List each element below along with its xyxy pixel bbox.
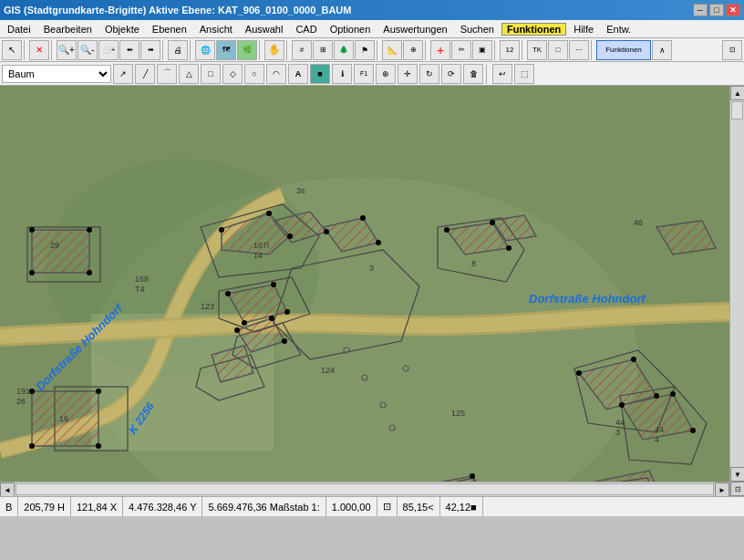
tb2-refresh[interactable]: ⟳ <box>441 64 461 84</box>
scroll-down-button[interactable]: ▼ <box>730 467 744 482</box>
tb-map2[interactable]: 🌿 <box>237 40 257 60</box>
tb2-triangle[interactable]: △ <box>179 64 199 84</box>
tb2-circle[interactable]: ○ <box>244 64 264 84</box>
tb-num[interactable]: 12 <box>500 40 520 60</box>
menu-ebenen[interactable]: Ebenen <box>147 23 192 36</box>
status-y: 4.476.328,46 Y <box>123 497 202 516</box>
tb2-polyline[interactable]: ⌒ <box>157 64 177 84</box>
scroll-thumb-v[interactable] <box>731 101 743 119</box>
svg-text:26: 26 <box>16 397 26 406</box>
svg-text:168: 168 <box>135 275 149 284</box>
tb-flag[interactable]: ⚑ <box>355 40 375 60</box>
svg-text:123: 123 <box>201 302 214 311</box>
tb-tk[interactable]: TK <box>527 40 547 60</box>
map-area[interactable]: Dorfstraße Hohndorf Dorfstraße Hohndorf … <box>0 86 744 496</box>
mode-text: B <box>5 502 12 513</box>
status-x: 121,84 X <box>71 497 123 516</box>
titlebar: GIS (Stadtgrundkarte-Brigitte) Aktive Eb… <box>0 0 744 20</box>
tb-snap[interactable]: ⊕ <box>403 40 423 60</box>
close-button[interactable]: ✕ <box>726 4 740 16</box>
tb-print[interactable]: 🖨 <box>168 40 188 60</box>
tb-globe[interactable]: 🌐 <box>195 40 215 60</box>
menu-auswahl[interactable]: Auswahl <box>240 23 289 36</box>
tb-measure[interactable]: 📐 <box>382 40 402 60</box>
tb2-filled-rect[interactable]: ■ <box>310 64 330 84</box>
tb-edit[interactable]: ✏ <box>451 40 471 60</box>
menu-auswertungen[interactable]: Auswertungen <box>377 23 452 36</box>
maximize-button[interactable]: □ <box>709 4 724 16</box>
tb-angle[interactable]: ∧ <box>652 40 672 60</box>
menu-ansicht[interactable]: Ansicht <box>194 23 238 36</box>
tb2-f1[interactable]: F1 <box>354 64 374 84</box>
tb2-trash[interactable]: 🗑 <box>463 64 483 84</box>
tb-zoom-next[interactable]: ➡ <box>140 40 160 60</box>
sep9 <box>494 40 498 60</box>
tb-plus[interactable]: + <box>430 40 450 60</box>
menu-hilfe[interactable]: Hilfe <box>568 23 599 36</box>
menu-objekte[interactable]: Objekte <box>99 23 145 36</box>
tb2-info[interactable]: ℹ <box>332 64 352 84</box>
tb2-diamond[interactable]: ◇ <box>222 64 243 84</box>
minimize-button[interactable]: ─ <box>693 4 708 16</box>
layer-selector[interactable]: Baum <box>2 65 111 83</box>
svg-point-56 <box>271 282 276 287</box>
statusbar: B 205,79 H 121,84 X 4.476.328,46 Y 5.669… <box>0 496 744 516</box>
tb-map1[interactable]: 🗺 <box>216 40 236 60</box>
sep5 <box>259 40 263 60</box>
menu-funktionen[interactable]: Funktionen <box>501 23 566 36</box>
svg-point-63 <box>96 389 101 394</box>
svg-text:16: 16 <box>59 414 68 423</box>
svg-marker-20 <box>32 230 89 273</box>
tb-layers[interactable]: ⊞ <box>313 40 333 60</box>
tb-zoom-out[interactable]: 🔍- <box>78 40 98 60</box>
svg-point-61 <box>282 338 287 344</box>
tb-zoom-prev[interactable]: ⬅ <box>119 40 140 60</box>
svg-point-69 <box>619 402 625 408</box>
scroll-up-button[interactable]: ▲ <box>730 86 744 100</box>
tb-funktionen[interactable]: Funktionen <box>596 40 651 60</box>
svg-point-46 <box>219 227 224 233</box>
tb2-line[interactable]: ╱ <box>135 64 155 84</box>
tb2-undo[interactable]: ↩ <box>492 64 512 84</box>
scroll-right-button[interactable]: ► <box>715 482 729 496</box>
svg-text:3: 3 <box>369 264 374 273</box>
tb-zoom-in[interactable]: 🔍+ <box>57 40 77 60</box>
tb-box[interactable]: □ <box>548 40 568 60</box>
tb-dots[interactable]: ⋯ <box>569 40 589 60</box>
tb-delete[interactable]: ✕ <box>29 40 49 60</box>
svg-text:44: 44 <box>615 418 625 427</box>
tb-end[interactable]: ⊡ <box>722 40 742 60</box>
sep8 <box>425 40 429 60</box>
menu-cad[interactable]: CAD <box>290 23 322 36</box>
tb2-snap[interactable]: ⊕ <box>376 64 396 84</box>
svg-text:125: 125 <box>451 409 465 418</box>
scroll-bottom-button[interactable]: ⊡ <box>730 482 744 496</box>
tb-tree[interactable]: 🌲 <box>334 40 354 60</box>
svg-text:46: 46 <box>634 218 643 227</box>
toolbar1: ↖ ✕ 🔍+ 🔍- ⬜+ ⬅ ➡ 🖨 🌐 🗺 🌿 ✋ # ⊞ 🌲 ⚑ 📐 ⊕ +… <box>0 38 744 62</box>
svg-text:T4: T4 <box>135 285 145 294</box>
menu-datei[interactable]: Datei <box>2 23 36 36</box>
scroll-thumb-h[interactable] <box>16 483 714 495</box>
menu-optionen[interactable]: Optionen <box>325 23 377 36</box>
horizontal-scrollbar[interactable]: ◄ ► <box>0 482 729 496</box>
tb2-move[interactable]: ✛ <box>398 64 418 84</box>
tb-pan[interactable]: ✋ <box>264 40 284 60</box>
tb2-rect[interactable]: □ <box>201 64 221 84</box>
tb-zoom-box[interactable]: ⬜+ <box>98 40 119 60</box>
menu-suchen[interactable]: Suchen <box>455 23 500 36</box>
vertical-scrollbar[interactable]: ▲ ▼ ⊡ <box>729 86 744 496</box>
svg-point-57 <box>284 309 290 315</box>
tb-grid[interactable]: # <box>292 40 312 60</box>
tb2-rotate[interactable]: ↻ <box>419 64 439 84</box>
tb2-arc[interactable]: ◠ <box>266 64 286 84</box>
tb-select[interactable]: ▣ <box>472 40 492 60</box>
menu-entw[interactable]: Entw. <box>601 23 636 36</box>
menu-bearbeiten[interactable]: Bearbeiten <box>38 23 98 36</box>
svg-point-77 <box>470 473 475 479</box>
tb2-select-rect[interactable]: ⬚ <box>514 64 534 84</box>
tb2-arrow[interactable]: ↗ <box>113 64 133 84</box>
scroll-left-button[interactable]: ◄ <box>0 482 15 496</box>
tb2-text-a[interactable]: A <box>288 64 308 84</box>
tb-cursor[interactable]: ↖ <box>2 40 22 60</box>
